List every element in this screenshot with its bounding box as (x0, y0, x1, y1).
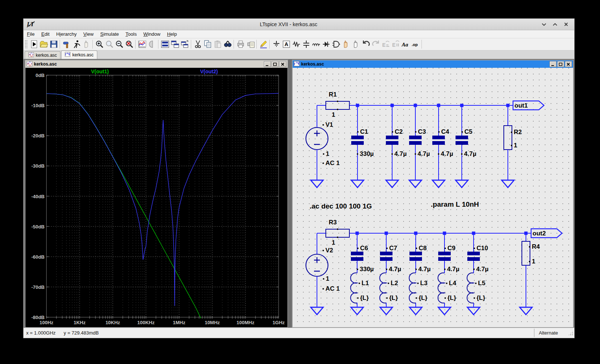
tile-horizontal-icon[interactable] (170, 39, 180, 49)
value-L1[interactable]: {L} (360, 294, 369, 301)
zoom-full-icon[interactable] (124, 39, 134, 49)
value-C8[interactable]: 4.7µ (418, 266, 430, 273)
component-L5[interactable] (467, 273, 480, 315)
label-C6[interactable]: C6 (360, 245, 368, 252)
value-L4[interactable]: {L} (447, 294, 456, 301)
zoom-in-icon[interactable] (94, 39, 104, 49)
component-V1[interactable] (306, 127, 328, 150)
component-L3[interactable] (409, 273, 422, 315)
window-close-button[interactable] (563, 21, 569, 27)
value-C10[interactable]: 4.7µ (476, 266, 488, 273)
value-L5[interactable]: {L} (477, 294, 485, 301)
label-R4[interactable]: R4 (532, 243, 540, 250)
ground-icon[interactable] (271, 39, 281, 49)
capacitor-icon[interactable] (301, 39, 311, 49)
waveform-settings-icon[interactable] (137, 39, 147, 49)
value-C1[interactable]: 330µ (360, 150, 374, 157)
label-V2[interactable]: V2 (325, 247, 333, 254)
component-C4[interactable] (432, 104, 445, 188)
value-R3[interactable]: 1 (332, 239, 335, 246)
value-V1[interactable]: 1 (326, 150, 329, 157)
value-C4[interactable]: 4.7µ (441, 150, 453, 157)
label-L4[interactable]: L4 (449, 280, 456, 287)
edit-pencil-icon[interactable] (258, 39, 268, 49)
menu-item-edit[interactable]: Edit (38, 31, 53, 38)
net-label-icon[interactable]: A (281, 39, 291, 49)
value-R2[interactable]: 1 (514, 142, 517, 149)
label-C5[interactable]: C5 (464, 128, 472, 135)
resize-grip[interactable] (568, 330, 573, 336)
schematic-minimize-button[interactable] (550, 61, 557, 67)
value-C5[interactable]: 4.7µ (464, 150, 476, 157)
trace-label-out2[interactable]: V(out2) (200, 69, 218, 74)
rotate-icon[interactable]: E (391, 39, 401, 49)
plot-minimize-button[interactable] (264, 61, 271, 67)
spice-directive-icon[interactable]: .op (411, 39, 421, 49)
label-L3[interactable]: L3 (420, 280, 428, 287)
component-L1[interactable] (350, 273, 363, 315)
value-R4[interactable]: 1 (532, 258, 535, 265)
tab-schematic[interactable]: kerkos.asc (61, 50, 97, 59)
label-C9[interactable]: C9 (447, 245, 456, 252)
drag-icon[interactable] (351, 39, 361, 49)
menu-item-view[interactable]: View (80, 31, 97, 38)
zoom-window-icon[interactable] (104, 39, 114, 49)
component-V2[interactable] (306, 254, 328, 276)
print-preview-icon[interactable] (245, 39, 255, 49)
net-flag-out2[interactable]: out2 (531, 229, 562, 238)
value-L3[interactable]: {L} (419, 294, 428, 301)
copy-icon[interactable] (203, 39, 213, 49)
label-R3[interactable]: R3 (329, 219, 337, 226)
value-C2[interactable]: 4.7µ (394, 150, 407, 157)
component-L4[interactable] (438, 273, 451, 315)
label-C1[interactable]: C1 (360, 128, 368, 135)
text-icon[interactable]: Aa (401, 39, 411, 49)
label-C2[interactable]: C2 (395, 128, 403, 135)
save-icon[interactable] (49, 39, 59, 49)
waveform-window-titlebar[interactable]: kerkos.asc (25, 60, 287, 68)
zoom-out-icon[interactable] (114, 39, 124, 49)
schematic-window-titlebar[interactable]: kerkos.asc (293, 60, 573, 68)
mirror-icon[interactable]: E (381, 39, 391, 49)
find-icon[interactable] (223, 39, 233, 49)
spec-V1[interactable]: AC 1 (325, 160, 340, 167)
menu-item-simulate[interactable]: Simulate (97, 31, 122, 38)
value-L2[interactable]: {L} (389, 294, 398, 301)
directive-param[interactable]: .param L 10nH (431, 200, 479, 208)
label-C10[interactable]: C10 (477, 245, 488, 252)
component-L2[interactable] (380, 273, 393, 315)
value-C3[interactable]: 4.7µ (418, 150, 430, 157)
component-C5[interactable] (456, 104, 468, 188)
pan-icon[interactable] (147, 39, 157, 49)
value-C9[interactable]: 4.7µ (447, 266, 459, 273)
tab-waveform[interactable]: kerkos.asc (25, 51, 60, 59)
menu-item-file[interactable]: File (24, 31, 38, 38)
menu-item-hierarchy[interactable]: Hierarchy (53, 31, 80, 38)
label-L2[interactable]: L2 (391, 280, 398, 287)
inductor-icon[interactable] (311, 39, 321, 49)
bode-plot-area[interactable]: 0dB-10dB-20dB-30dB-40dB-50dB-60dB-70dB-8… (25, 68, 287, 327)
value-C6[interactable]: 330µ (360, 266, 374, 273)
diode-icon[interactable] (321, 39, 331, 49)
schematic-canvas[interactable]: R11V11AC 1C1330µC24.7µC34.7µC44.7µC54.7µ… (293, 68, 573, 327)
print-icon[interactable] (236, 39, 245, 49)
component-C3[interactable] (409, 104, 422, 188)
net-flag-out1[interactable]: out1 (513, 101, 544, 110)
undo-icon[interactable] (361, 39, 371, 49)
label-L5[interactable]: L5 (478, 280, 485, 287)
redo-icon[interactable] (371, 39, 381, 49)
plot-close-button[interactable] (279, 61, 286, 67)
label-L1[interactable]: L1 (362, 280, 369, 287)
schematic-maximize-button[interactable] (557, 61, 564, 67)
trace-label-out1[interactable]: V(out1) (91, 69, 109, 74)
window-titlebar[interactable]: LT LTspice XVII - kerkos.asc (24, 19, 574, 30)
menu-item-help[interactable]: Help (164, 31, 180, 38)
window-maximize-button[interactable] (552, 21, 558, 27)
resistor-icon[interactable] (291, 39, 301, 49)
menu-item-window[interactable]: Window (140, 31, 164, 38)
schematic-close-button[interactable] (565, 61, 572, 67)
tile-vertical-icon[interactable] (160, 39, 170, 49)
label-C7[interactable]: C7 (389, 245, 397, 252)
label-C3[interactable]: C3 (418, 128, 426, 135)
label-C4[interactable]: C4 (441, 128, 449, 135)
